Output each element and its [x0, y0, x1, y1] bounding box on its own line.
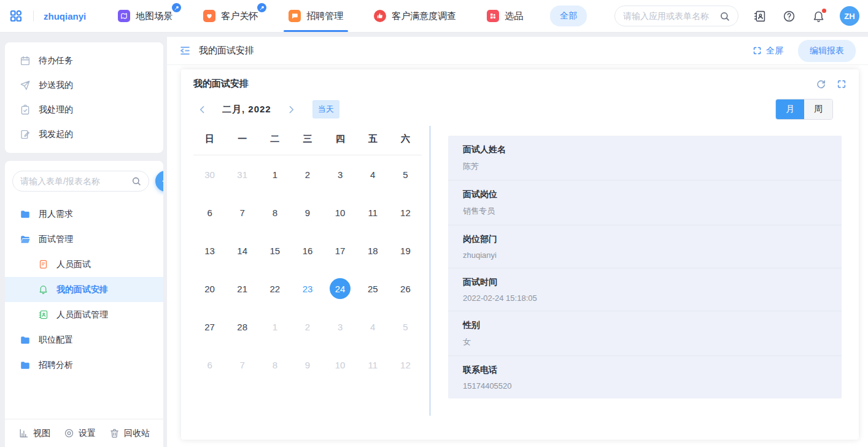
- apps-grid-icon[interactable]: [9, 9, 23, 23]
- tree-item[interactable]: 面试管理: [5, 227, 163, 252]
- tree-item[interactable]: 用人需求: [5, 201, 163, 227]
- calendar-day[interactable]: 8: [258, 202, 291, 223]
- calendar-day[interactable]: 3: [324, 316, 357, 337]
- calendar-day[interactable]: 4: [357, 164, 389, 185]
- tree-item[interactable]: 招聘分析: [5, 352, 163, 378]
- calendar-day[interactable]: 5: [389, 316, 422, 337]
- calendar-day[interactable]: 26: [389, 278, 422, 299]
- address-book-icon[interactable]: [753, 10, 766, 23]
- global-search[interactable]: [614, 6, 738, 26]
- tree-item[interactable]: 职位配置: [5, 327, 163, 352]
- calendar-day[interactable]: 1: [258, 164, 291, 185]
- prev-month-icon[interactable]: [193, 104, 211, 115]
- all-apps-button[interactable]: 全部: [550, 6, 587, 26]
- card-icon-group: [816, 79, 847, 89]
- search-icon[interactable]: [719, 11, 730, 21]
- calendar-day[interactable]: 11: [357, 354, 389, 375]
- calendar-day[interactable]: 1: [258, 316, 291, 337]
- add-form-button[interactable]: [155, 171, 163, 192]
- calendar-day[interactable]: 17: [324, 240, 357, 261]
- calendar-day[interactable]: 14: [226, 240, 258, 261]
- chart-bar-icon: [18, 428, 29, 438]
- app-tab-1[interactable]: 地图场景: [118, 0, 172, 32]
- calendar-day[interactable]: 9: [291, 354, 324, 375]
- calendar-day[interactable]: 13: [193, 240, 226, 261]
- calendar-day[interactable]: 4: [357, 316, 389, 337]
- search-icon[interactable]: [131, 176, 141, 186]
- help-icon[interactable]: [783, 10, 796, 23]
- calendar-day[interactable]: 31: [226, 164, 258, 185]
- sidebar-menu-item[interactable]: 抄送我的: [5, 73, 163, 98]
- calendar-day[interactable]: 11: [357, 202, 389, 223]
- today-button[interactable]: 当天: [312, 100, 339, 119]
- calendar-day[interactable]: 10: [324, 354, 357, 375]
- topbar: zhuqianyi 地图场景客户关怀招聘管理客户满意度调查选品 全部 ZH: [0, 0, 868, 33]
- sidebar-footer-item[interactable]: 设置: [64, 428, 96, 439]
- calendar-day[interactable]: 9: [291, 202, 324, 223]
- collapse-sidebar-icon[interactable]: [179, 45, 191, 56]
- calendar-day[interactable]: 21: [226, 278, 258, 299]
- calendar-day[interactable]: 28: [226, 316, 258, 337]
- workspace-name[interactable]: zhuqianyi: [44, 11, 86, 21]
- calendar-day[interactable]: 16: [291, 240, 324, 261]
- next-month-icon[interactable]: [282, 104, 300, 115]
- sidebar-footer-item[interactable]: 视图: [18, 428, 50, 439]
- bell-outline-icon: [38, 284, 48, 295]
- calendar-day[interactable]: 30: [193, 164, 226, 185]
- fullscreen-button[interactable]: 全屏: [753, 45, 783, 56]
- calendar-day[interactable]: 6: [193, 202, 226, 223]
- calendar-day[interactable]: 23: [291, 278, 324, 299]
- calendar-day[interactable]: 15: [258, 240, 291, 261]
- sidebar-menu-item[interactable]: 我处理的: [5, 98, 163, 122]
- thumb-icon: [374, 10, 386, 22]
- sidebar-menu-item[interactable]: 待办任务: [5, 49, 163, 73]
- form-search-input[interactable]: [20, 176, 131, 186]
- expand-card-icon[interactable]: [837, 79, 847, 89]
- calendar-day[interactable]: 20: [193, 278, 226, 299]
- detail-label: 联系电话: [463, 365, 827, 376]
- week-view-toggle[interactable]: 周: [804, 99, 832, 119]
- day-number: 24: [330, 278, 351, 299]
- calendar-day[interactable]: 5: [389, 164, 422, 185]
- tree-item[interactable]: 人员面试: [5, 252, 163, 277]
- sidebar-menu-item[interactable]: 我发起的: [5, 122, 163, 147]
- app-tab-3[interactable]: 招聘管理: [289, 0, 343, 32]
- calendar-day[interactable]: 6: [193, 354, 226, 375]
- app-tab-4[interactable]: 客户满意度调查: [374, 0, 456, 32]
- avatar[interactable]: ZH: [840, 6, 859, 26]
- day-number: 22: [265, 278, 285, 299]
- send-icon: [20, 80, 31, 91]
- calendar-day[interactable]: 22: [258, 278, 291, 299]
- notifications-bell-icon[interactable]: [812, 10, 825, 23]
- calendar-day[interactable]: 12: [389, 354, 422, 375]
- calendar-day[interactable]: 25: [357, 278, 389, 299]
- edit-report-button[interactable]: 编辑报表: [798, 40, 856, 62]
- map-icon: [118, 10, 130, 22]
- sidebar-footer-item[interactable]: 回收站: [109, 428, 150, 439]
- tree-item[interactable]: 人员面试管理: [5, 302, 163, 327]
- form-search[interactable]: [12, 171, 149, 192]
- calendar-day[interactable]: 3: [324, 164, 357, 185]
- calendar-day[interactable]: 7: [226, 202, 258, 223]
- calendar-day[interactable]: 19: [389, 240, 422, 261]
- detail-row: 岗位部门zhuqianyi: [448, 225, 842, 268]
- calendar-day[interactable]: 2: [291, 164, 324, 185]
- refresh-icon[interactable]: [816, 79, 826, 89]
- address-book-green-icon: [38, 309, 48, 320]
- app-tab-label: 选品: [505, 10, 523, 22]
- global-search-input[interactable]: [623, 11, 719, 21]
- app-tab-5[interactable]: 选品: [487, 0, 523, 32]
- tree-item[interactable]: 我的面试安排: [5, 277, 163, 302]
- calendar-day[interactable]: 10: [324, 202, 357, 223]
- calendar-day[interactable]: 27: [193, 316, 226, 337]
- calendar-day[interactable]: 7: [226, 354, 258, 375]
- calendar-day[interactable]: 2: [291, 316, 324, 337]
- day-number: 15: [265, 240, 285, 261]
- calendar-day[interactable]: 18: [357, 240, 389, 261]
- app-tab-2[interactable]: 客户关怀: [203, 0, 258, 32]
- month-view-toggle[interactable]: 月: [776, 99, 804, 119]
- detail-value: 女: [463, 336, 827, 348]
- calendar-day[interactable]: 8: [258, 354, 291, 375]
- calendar-day-selected[interactable]: 24: [324, 278, 357, 299]
- calendar-day[interactable]: 12: [389, 202, 422, 223]
